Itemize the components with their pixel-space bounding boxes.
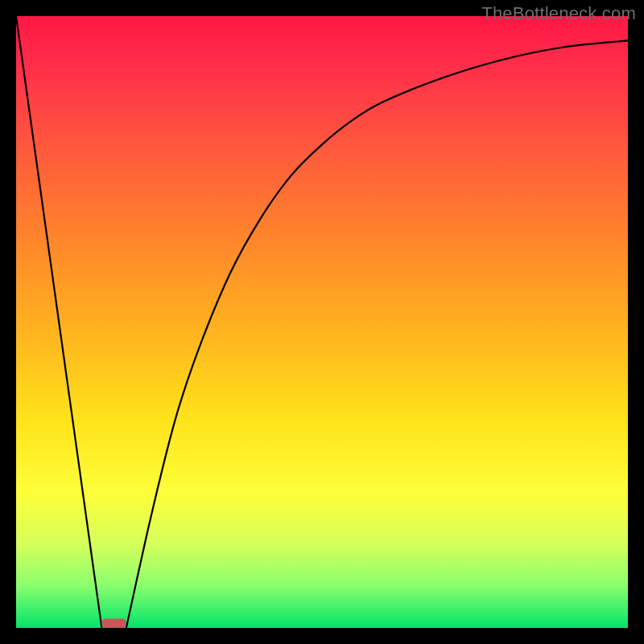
- plot-area: [16, 16, 628, 628]
- watermark-text: TheBottleneck.com: [481, 3, 636, 24]
- chart-lines: [16, 16, 628, 628]
- left-descent-line: [16, 16, 101, 628]
- bottleneck-marker: [101, 619, 126, 628]
- right-rise-line: [126, 40, 628, 628]
- chart-frame: TheBottleneck.com: [0, 0, 644, 644]
